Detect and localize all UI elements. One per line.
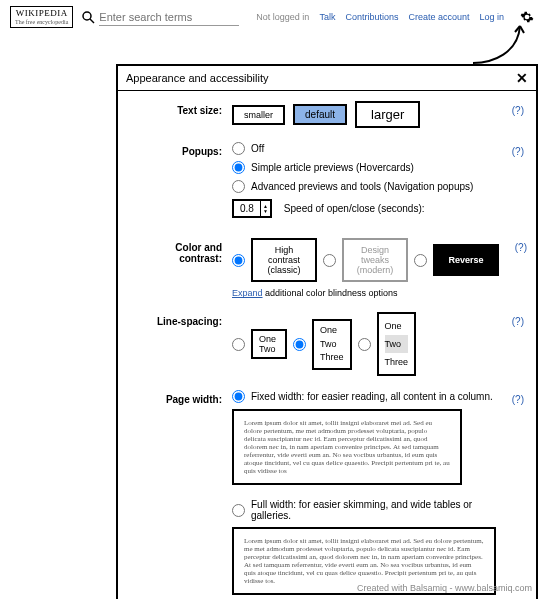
text-size-smaller[interactable]: smaller	[232, 105, 285, 125]
text-size-label: Text size:	[130, 101, 222, 116]
pagewidth-fixed-preview: Lorem ipsum dolor sit amet, tollit insig…	[232, 409, 462, 485]
popup-speed-value: 0.8	[234, 201, 261, 216]
watermark-link[interactable]: www.balsamiq.com	[455, 583, 532, 593]
brand-name: WIKIPEDIA	[15, 9, 68, 19]
search-area	[81, 9, 239, 26]
brand-tagline: The free encyclopedia	[15, 19, 68, 26]
popups-off-text: Off	[251, 143, 264, 154]
pagewidth-fixed-text: Fixed width: for easier reading, all con…	[251, 391, 493, 402]
help-text-size[interactable]: (?)	[506, 101, 524, 116]
contrast-label: Color and contrast:	[130, 238, 222, 264]
contrast-reverse-radio[interactable]	[414, 254, 427, 267]
popups-off-radio[interactable]	[232, 142, 245, 155]
top-nav: Not logged in Talk Contributions Create …	[256, 10, 534, 24]
contrast-classic-card[interactable]: High contrast (classic)	[251, 238, 317, 282]
nav-link-create-account[interactable]: Create account	[408, 12, 469, 22]
linespacing-label: Line-spacing:	[130, 312, 222, 327]
panel-header: Appearance and accessibility ✕	[118, 66, 536, 91]
expand-link[interactable]: Expand	[232, 288, 263, 298]
linespacing-2-card[interactable]: One Two Three	[312, 319, 352, 370]
linespacing-2-radio[interactable]	[293, 338, 306, 351]
search-icon[interactable]	[81, 10, 95, 24]
watermark: Created with Balsamiq - www.balsamiq.com	[357, 583, 532, 593]
popups-simple-text: Simple article previews (Hovercards)	[251, 162, 414, 173]
contrast-modern-radio[interactable]	[323, 254, 336, 267]
nav-link-talk[interactable]: Talk	[319, 12, 335, 22]
gear-icon[interactable]	[520, 10, 534, 24]
panel-title: Appearance and accessibility	[126, 72, 268, 84]
help-contrast[interactable]: (?)	[509, 238, 527, 253]
popup-speed-spinner[interactable]: 0.8 ▲▼	[232, 199, 272, 218]
linespacing-3-card[interactable]: One Two Three	[377, 312, 417, 376]
linespacing-1-radio[interactable]	[232, 338, 245, 351]
help-linespacing[interactable]: (?)	[506, 312, 524, 327]
row-contrast: Color and contrast: High contrast (class…	[118, 228, 536, 302]
popup-speed-label: Speed of open/close (seconds):	[284, 203, 425, 214]
expand-note: additional color blindness options	[263, 288, 398, 298]
text-size-larger[interactable]: larger	[355, 101, 420, 128]
pagewidth-label: Page width:	[130, 390, 222, 405]
popups-advanced-text: Advanced previews and tools (Navigation …	[251, 181, 473, 192]
row-pagewidth: Page width: Fixed width: for easier read…	[118, 380, 536, 599]
not-logged-label: Not logged in	[256, 12, 309, 22]
popups-advanced-radio[interactable]	[232, 180, 245, 193]
row-linespacing: Line-spacing: One Two One Two Three One …	[118, 302, 536, 380]
close-icon[interactable]: ✕	[516, 70, 528, 86]
linespacing-3-radio[interactable]	[358, 338, 371, 351]
pagewidth-full-text: Full width: for easier skimming, and wid…	[251, 499, 496, 521]
spinner-arrows-icon[interactable]: ▲▼	[261, 203, 270, 215]
contrast-modern-card[interactable]: Design tweaks (modern)	[342, 238, 408, 282]
settings-panel: Appearance and accessibility ✕ Text size…	[116, 64, 538, 599]
pagewidth-full-radio[interactable]	[232, 504, 245, 517]
text-size-default[interactable]: default	[293, 104, 347, 125]
popups-label: Popups:	[130, 142, 222, 157]
pagewidth-fixed-radio[interactable]	[232, 390, 245, 403]
svg-line-1	[90, 19, 94, 23]
row-text-size: Text size: smaller default larger (?)	[118, 91, 536, 132]
svg-point-0	[83, 12, 91, 20]
help-popups[interactable]: (?)	[506, 142, 524, 157]
row-popups: Popups: Off Simple article previews (Hov…	[118, 132, 536, 228]
nav-link-login[interactable]: Log in	[479, 12, 504, 22]
contrast-classic-radio[interactable]	[232, 254, 245, 267]
top-bar: WIKIPEDIA The free encyclopedia Not logg…	[0, 0, 544, 34]
popups-simple-radio[interactable]	[232, 161, 245, 174]
logo[interactable]: WIKIPEDIA The free encyclopedia	[10, 6, 73, 28]
nav-link-contributions[interactable]: Contributions	[345, 12, 398, 22]
contrast-reverse-card[interactable]: Reverse	[433, 244, 499, 276]
search-input[interactable]	[99, 9, 239, 26]
help-pagewidth[interactable]: (?)	[506, 390, 524, 405]
linespacing-1-card[interactable]: One Two	[251, 329, 287, 359]
